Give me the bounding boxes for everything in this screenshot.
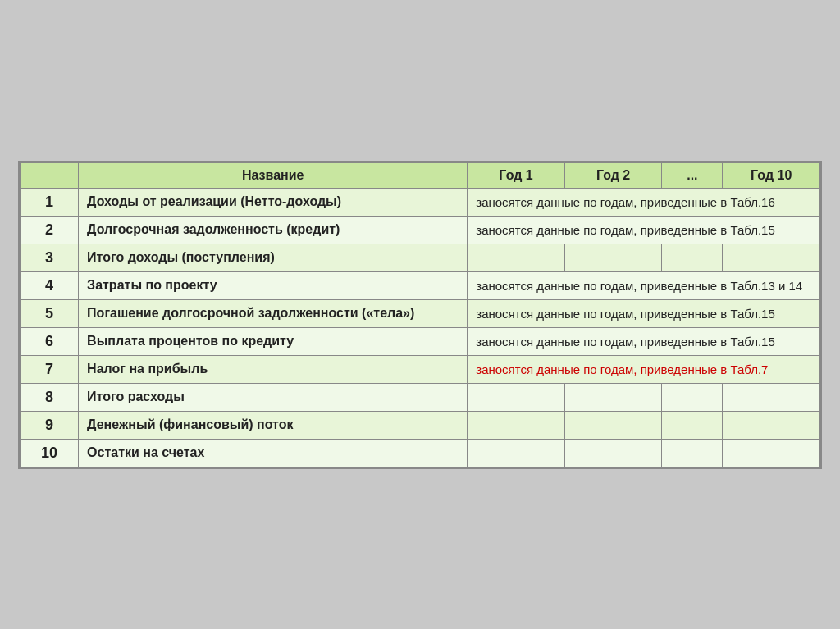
data-cell bbox=[468, 244, 565, 271]
main-table-container: Название Год 1 Год 2 ... Год 10 1Доходы … bbox=[18, 161, 822, 469]
data-cell bbox=[662, 383, 723, 411]
header-num bbox=[21, 162, 79, 188]
row-number: 6 bbox=[21, 327, 79, 355]
row-title: Итого доходы (поступления) bbox=[79, 244, 468, 271]
row-title: Денежный (финансовый) поток bbox=[79, 411, 468, 439]
table-row: 5Погашение долгосрочной задолженности («… bbox=[21, 299, 820, 327]
row-number: 1 bbox=[21, 188, 79, 216]
data-cell bbox=[468, 383, 565, 411]
data-cell bbox=[468, 439, 565, 467]
row-description: заносятся данные по годам, приведенные в… bbox=[468, 355, 820, 383]
row-number: 9 bbox=[21, 411, 79, 439]
row-number: 2 bbox=[21, 216, 79, 244]
data-cell bbox=[723, 383, 820, 411]
header-yr2: Год 2 bbox=[564, 162, 662, 188]
table-header-row: Название Год 1 Год 2 ... Год 10 bbox=[21, 162, 820, 188]
table-row: 8Итого расходы bbox=[21, 383, 820, 411]
table-row: 9Денежный (финансовый) поток bbox=[21, 411, 820, 439]
data-cell bbox=[564, 244, 662, 271]
row-title: Выплата процентов по кредиту bbox=[79, 327, 468, 355]
table-row: 3Итого доходы (поступления) bbox=[21, 244, 820, 271]
row-description: заносятся данные по годам, приведенные в… bbox=[468, 327, 820, 355]
data-cell bbox=[723, 439, 820, 467]
row-title: Остатки на счетах bbox=[79, 439, 468, 467]
table-row: 1Доходы от реализации (Нетто-доходы)зано… bbox=[21, 188, 820, 216]
row-title: Долгосрочная задолженность (кредит) bbox=[79, 216, 468, 244]
table-row: 6Выплата процентов по кредитузаносятся д… bbox=[21, 327, 820, 355]
data-cell bbox=[723, 411, 820, 439]
data-cell bbox=[662, 411, 723, 439]
row-description: заносятся данные по годам, приведенные в… bbox=[468, 271, 820, 299]
row-title: Погашение долгосрочной задолженности («т… bbox=[79, 299, 468, 327]
row-number: 3 bbox=[21, 244, 79, 271]
row-number: 4 bbox=[21, 271, 79, 299]
table-row: 4Затраты по проектузаносятся данные по г… bbox=[21, 271, 820, 299]
table-row: 2Долгосрочная задолженность (кредит)зано… bbox=[21, 216, 820, 244]
data-cell bbox=[723, 244, 820, 271]
header-yr10: Год 10 bbox=[723, 162, 820, 188]
row-description: заносятся данные по годам, приведенные в… bbox=[468, 299, 820, 327]
table-row: 7Налог на прибыльзаносятся данные по год… bbox=[21, 355, 820, 383]
header-dots: ... bbox=[662, 162, 723, 188]
row-number: 8 bbox=[21, 383, 79, 411]
financial-table: Название Год 1 Год 2 ... Год 10 1Доходы … bbox=[20, 162, 820, 467]
row-number: 5 bbox=[21, 299, 79, 327]
data-cell bbox=[662, 439, 723, 467]
data-cell bbox=[564, 383, 662, 411]
row-description: заносятся данные по годам, приведенные в… bbox=[468, 216, 820, 244]
header-name: Название bbox=[79, 162, 468, 188]
row-title: Доходы от реализации (Нетто-доходы) bbox=[79, 188, 468, 216]
row-number: 10 bbox=[21, 439, 79, 467]
row-title: Налог на прибыль bbox=[79, 355, 468, 383]
table-row: 10Остатки на счетах bbox=[21, 439, 820, 467]
row-title: Итого расходы bbox=[79, 383, 468, 411]
data-cell bbox=[564, 439, 662, 467]
data-cell bbox=[468, 411, 565, 439]
data-cell bbox=[564, 411, 662, 439]
row-number: 7 bbox=[21, 355, 79, 383]
header-yr1: Год 1 bbox=[468, 162, 565, 188]
data-cell bbox=[662, 244, 723, 271]
table-body: 1Доходы от реализации (Нетто-доходы)зано… bbox=[21, 188, 820, 467]
row-description: заносятся данные по годам, приведенные в… bbox=[468, 188, 820, 216]
row-title: Затраты по проекту bbox=[79, 271, 468, 299]
